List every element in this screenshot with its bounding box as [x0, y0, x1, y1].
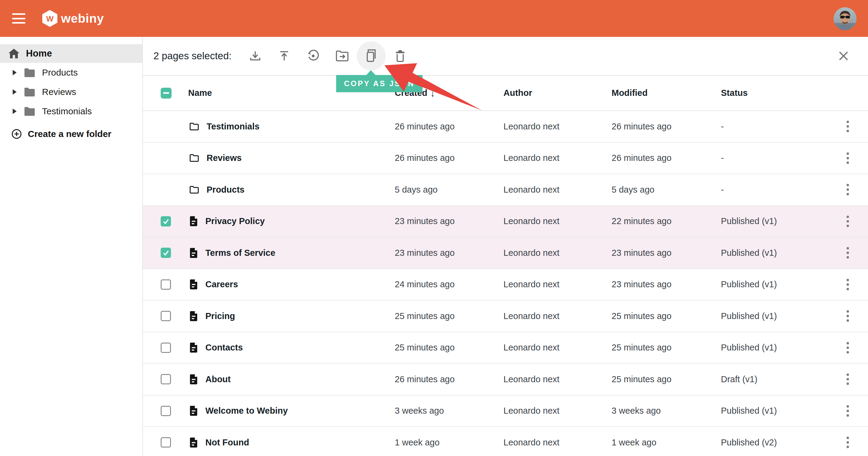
restore-button[interactable] — [307, 49, 320, 63]
row-checkbox[interactable] — [161, 311, 171, 321]
table-row[interactable]: About26 minutes agoLeonardo next25 minut… — [143, 364, 868, 396]
webiny-logo[interactable]: W webiny — [42, 10, 104, 27]
table-row[interactable]: Contacts25 minutes agoLeonardo next25 mi… — [143, 332, 868, 364]
delete-button[interactable] — [394, 49, 407, 63]
row-checkbox[interactable] — [161, 343, 171, 353]
main-content: 2 pages selected: — [143, 37, 868, 456]
document-icon — [189, 216, 198, 227]
table-row[interactable]: Testimonials26 minutes agoLeonardo next2… — [143, 111, 868, 143]
row-author: Leonardo next — [500, 311, 608, 321]
select-all-checkbox[interactable] — [161, 88, 172, 98]
toolbar-actions — [249, 37, 407, 75]
sidebar-item-products[interactable]: Products — [0, 63, 142, 82]
kebab-menu-icon[interactable] — [845, 244, 851, 262]
sidebar-item-label: Reviews — [42, 87, 76, 97]
column-header-name[interactable]: Name — [188, 88, 212, 98]
folder-icon — [189, 122, 199, 131]
row-modified: 5 days ago — [608, 185, 717, 195]
row-name[interactable]: Reviews — [207, 153, 242, 163]
row-checkbox[interactable] — [161, 248, 171, 258]
row-checkbox[interactable] — [161, 406, 171, 416]
kebab-menu-icon[interactable] — [845, 371, 851, 388]
chevron-right-icon[interactable] — [13, 70, 17, 75]
row-author: Leonardo next — [500, 406, 608, 416]
column-header-status[interactable]: Status — [721, 88, 748, 98]
sidebar-item-reviews[interactable]: Reviews — [0, 82, 142, 102]
row-name[interactable]: Products — [207, 185, 245, 195]
document-icon — [189, 311, 198, 321]
move-to-folder-button[interactable] — [336, 49, 349, 63]
user-avatar[interactable] — [834, 7, 857, 30]
kebab-menu-icon[interactable] — [845, 402, 851, 420]
move-to-folder-icon — [336, 50, 349, 62]
row-name[interactable]: Contacts — [205, 343, 243, 352]
row-author: Leonardo next — [500, 185, 608, 195]
table-row[interactable]: Terms of Service23 minutes agoLeonardo n… — [143, 237, 868, 269]
kebab-menu-icon[interactable] — [845, 276, 851, 293]
row-author: Leonardo next — [500, 153, 608, 163]
table-row[interactable]: Privacy Policy23 minutes agoLeonardo nex… — [143, 206, 868, 238]
upload-icon — [278, 50, 290, 62]
row-status: Published (v1) — [717, 248, 828, 258]
row-name[interactable]: About — [205, 374, 231, 384]
row-name[interactable]: Welcome to Webiny — [205, 406, 288, 416]
export-button[interactable] — [278, 49, 291, 63]
table-row[interactable]: Careers24 minutes agoLeonardo next23 min… — [143, 269, 868, 301]
row-created: 25 minutes ago — [391, 311, 500, 321]
hamburger-menu-icon[interactable] — [12, 13, 25, 24]
kebab-menu-icon[interactable] — [845, 339, 851, 356]
folder-icon — [189, 186, 199, 194]
close-selection-button[interactable] — [837, 50, 849, 62]
create-new-folder-button[interactable]: Create a new folder — [0, 124, 142, 143]
row-modified: 23 minutes ago — [608, 279, 717, 289]
table-row[interactable]: Reviews26 minutes agoLeonardo next26 min… — [143, 143, 868, 174]
chevron-right-icon[interactable] — [13, 109, 17, 114]
row-modified: 25 minutes ago — [608, 343, 717, 352]
row-author: Leonardo next — [500, 248, 608, 258]
table-row[interactable]: Welcome to Webiny3 weeks agoLeonardo nex… — [143, 396, 868, 427]
table-body: Testimonials26 minutes agoLeonardo next2… — [143, 111, 868, 456]
row-checkbox[interactable] — [161, 279, 171, 290]
row-status: Published (v1) — [717, 311, 828, 321]
table-row[interactable]: Not Found1 week agoLeonardo next1 week a… — [143, 427, 868, 456]
row-name[interactable]: Privacy Policy — [205, 216, 265, 226]
table-row[interactable]: Products5 days agoLeonardo next5 days ag… — [143, 174, 868, 206]
column-header-author[interactable]: Author — [503, 88, 532, 98]
row-checkbox[interactable] — [161, 374, 171, 384]
copy-as-json-tooltip: COPY AS JSON — [336, 75, 423, 92]
kebab-menu-icon[interactable] — [845, 149, 851, 167]
sidebar: Home Products Reviews Testimonials — [0, 37, 143, 456]
row-checkbox[interactable] — [161, 216, 171, 227]
row-name[interactable]: Not Found — [205, 437, 249, 448]
row-created: 23 minutes ago — [391, 248, 500, 258]
kebab-menu-icon[interactable] — [845, 434, 851, 451]
close-icon — [838, 51, 849, 61]
row-modified: 26 minutes ago — [608, 153, 717, 163]
kebab-menu-icon[interactable] — [845, 181, 851, 198]
sort-desc-icon[interactable]: ↓ — [430, 88, 435, 98]
row-name[interactable]: Careers — [205, 279, 238, 289]
copy-icon — [365, 49, 377, 63]
row-name[interactable]: Testimonials — [207, 121, 259, 132]
kebab-menu-icon[interactable] — [845, 212, 851, 230]
sidebar-item-home[interactable]: Home — [0, 44, 142, 63]
row-modified: 25 minutes ago — [608, 374, 717, 384]
row-modified: 25 minutes ago — [608, 311, 717, 321]
kebab-menu-icon[interactable] — [845, 118, 851, 135]
chevron-right-icon[interactable] — [13, 89, 17, 95]
app-name: webiny — [61, 11, 104, 26]
column-header-modified[interactable]: Modified — [612, 88, 648, 98]
row-name[interactable]: Terms of Service — [205, 248, 275, 258]
webiny-page-manager: W webiny — [0, 0, 868, 456]
kebab-menu-icon[interactable] — [845, 308, 851, 325]
selection-toolbar: 2 pages selected: — [143, 37, 868, 76]
table-row[interactable]: Pricing25 minutes agoLeonardo next25 min… — [143, 301, 868, 332]
row-name[interactable]: Pricing — [205, 311, 235, 321]
row-author: Leonardo next — [500, 216, 608, 226]
row-checkbox[interactable] — [161, 437, 171, 448]
copy-as-json-button[interactable] — [365, 49, 378, 63]
sidebar-item-testimonials[interactable]: Testimonials — [0, 102, 142, 121]
row-modified: 23 minutes ago — [608, 248, 717, 258]
trash-icon — [395, 49, 406, 63]
download-button[interactable] — [249, 49, 262, 63]
